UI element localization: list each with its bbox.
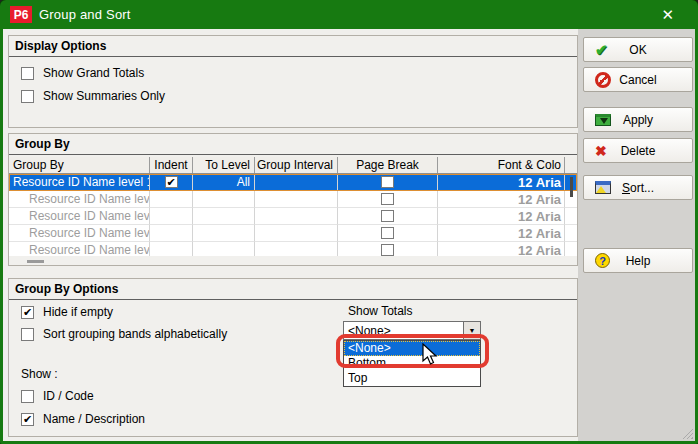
- dropdown-option-none[interactable]: <None>: [344, 341, 480, 356]
- page-break-checkbox[interactable]: [381, 210, 394, 222]
- show-totals-combobox[interactable]: <None> ▼: [343, 321, 481, 340]
- hide-if-empty-row: ✔ Hide if empty: [21, 305, 113, 319]
- question-icon: ?: [595, 253, 610, 268]
- vertical-scrollbar[interactable]: [570, 177, 573, 197]
- cancel-button-label: Cancel: [619, 73, 656, 87]
- show-grand-totals-label: Show Grand Totals: [43, 66, 144, 80]
- name-description-label: Name / Description: [43, 412, 145, 426]
- row-to-level[interactable]: All: [193, 174, 255, 191]
- red-x-icon: ✖: [595, 143, 607, 159]
- page-break-checkbox[interactable]: [381, 244, 394, 256]
- cancel-button[interactable]: Cancel: [583, 67, 693, 92]
- horizontal-scrollbar[interactable]: [27, 260, 44, 263]
- show-totals-dropdown-list: <None> Bottom Top: [343, 340, 481, 387]
- group-and-sort-dialog: P6 Group and Sort ✕ Display Options Show…: [0, 0, 698, 444]
- hide-if-empty-checkbox[interactable]: ✔: [21, 306, 34, 319]
- dialog-content: Display Options Show Grand Totals Show S…: [3, 29, 695, 441]
- table-row[interactable]: Resource ID Name level 12 Aria: [9, 225, 577, 242]
- row-group-interval[interactable]: [255, 174, 338, 191]
- sort-button[interactable]: Sort...: [583, 175, 693, 200]
- prohibition-icon: [595, 72, 611, 88]
- row-font[interactable]: 12 Aria: [438, 174, 565, 191]
- page-break-checkbox[interactable]: [381, 176, 394, 188]
- show-totals-value[interactable]: <None>: [344, 322, 463, 339]
- col-spacer: [565, 157, 577, 173]
- sort-window-icon: [595, 181, 611, 194]
- show-grand-totals-row: Show Grand Totals: [21, 66, 144, 80]
- row-font[interactable]: 12 Aria: [438, 225, 565, 242]
- col-indent[interactable]: Indent: [150, 157, 193, 173]
- id-code-checkbox[interactable]: [21, 390, 34, 403]
- col-page-break[interactable]: Page Break: [338, 157, 438, 173]
- show-summaries-only-row: Show Summaries Only: [21, 89, 165, 103]
- table-row[interactable]: Resource ID Name level 12 Aria: [9, 191, 577, 208]
- delete-button[interactable]: ✖ Delete: [583, 138, 693, 163]
- sort-alphabetically-label: Sort grouping bands alphabetically: [43, 327, 227, 341]
- group-by-options-panel: Group By Options ✔ Hide if empty Sort gr…: [8, 278, 578, 437]
- id-code-label: ID / Code: [43, 389, 94, 403]
- dropdown-option-bottom[interactable]: Bottom: [344, 356, 480, 371]
- ok-button[interactable]: ✔ OK: [583, 37, 693, 62]
- p6-app-icon: P6: [10, 6, 32, 23]
- sort-alphabetically-checkbox[interactable]: [21, 328, 34, 341]
- title-bar[interactable]: P6 Group and Sort ✕: [0, 0, 698, 29]
- hide-if-empty-label: Hide if empty: [43, 305, 113, 319]
- check-icon: ✔: [595, 41, 608, 59]
- close-icon[interactable]: ✕: [661, 7, 674, 22]
- name-description-row: ✔ Name / Description: [21, 412, 145, 426]
- row-font[interactable]: 12 Aria: [438, 242, 565, 256]
- col-to-level[interactable]: To Level: [193, 157, 255, 173]
- page-break-checkbox[interactable]: [381, 193, 394, 205]
- show-grand-totals-checkbox[interactable]: [21, 67, 34, 80]
- dropdown-option-top[interactable]: Top: [344, 371, 480, 386]
- apply-button[interactable]: Apply: [583, 107, 693, 132]
- col-group-by[interactable]: Group By: [9, 157, 150, 173]
- indent-checkbox[interactable]: ✔: [165, 176, 178, 188]
- row-font[interactable]: 12 Aria: [438, 208, 565, 225]
- delete-button-label: Delete: [621, 144, 656, 158]
- col-group-interval[interactable]: Group Interval: [255, 157, 338, 173]
- id-code-row: ID / Code: [21, 389, 94, 403]
- grid-header-row: Group By Indent To Level Group Interval …: [9, 157, 577, 174]
- name-description-checkbox[interactable]: ✔: [21, 413, 34, 426]
- ok-button-label: OK: [629, 43, 646, 57]
- group-by-options-title: Group By Options: [9, 279, 577, 300]
- row-label[interactable]: Resource ID Name level 1: [9, 174, 150, 191]
- row-label[interactable]: Resource ID Name level: [9, 242, 150, 256]
- display-options-panel: Display Options Show Grand Totals Show S…: [8, 35, 578, 128]
- show-section-label: Show :: [21, 367, 58, 381]
- window-title: Group and Sort: [39, 7, 131, 22]
- show-summaries-only-label: Show Summaries Only: [43, 89, 165, 103]
- group-by-panel: Group By Group By Indent To Level Group …: [8, 133, 578, 266]
- help-button-label: Help: [626, 254, 651, 268]
- col-font-color[interactable]: Font & Colo: [438, 157, 565, 173]
- group-by-title: Group By: [9, 134, 577, 155]
- row-font[interactable]: 12 Aria: [438, 191, 565, 208]
- apply-button-label: Apply: [623, 113, 653, 127]
- row-label[interactable]: Resource ID Name level: [9, 208, 150, 225]
- help-button[interactable]: ? Help: [583, 248, 693, 273]
- show-summaries-only-checkbox[interactable]: [21, 90, 34, 103]
- sort-alphabetically-row: Sort grouping bands alphabetically: [21, 327, 227, 341]
- page-break-checkbox[interactable]: [381, 227, 394, 239]
- table-row[interactable]: Resource ID Name level 12 Aria: [9, 242, 577, 256]
- display-options-title: Display Options: [9, 36, 577, 57]
- resize-grip-icon[interactable]: [682, 428, 693, 439]
- mouse-cursor: [422, 343, 440, 367]
- row-label[interactable]: Resource ID Name level: [9, 191, 150, 208]
- row-label[interactable]: Resource ID Name level: [9, 225, 150, 242]
- table-row[interactable]: Resource ID Name level 12 Aria: [9, 208, 577, 225]
- chevron-down-icon[interactable]: ▼: [463, 322, 480, 339]
- show-totals-label: Show Totals: [348, 304, 412, 318]
- table-row-selected[interactable]: Resource ID Name level 1 ✔ All 12 Aria: [9, 174, 577, 191]
- sort-button-label: Sort...: [622, 181, 654, 195]
- group-by-grid: Group By Indent To Level Group Interval …: [9, 157, 577, 256]
- apply-tray-icon: [595, 114, 611, 126]
